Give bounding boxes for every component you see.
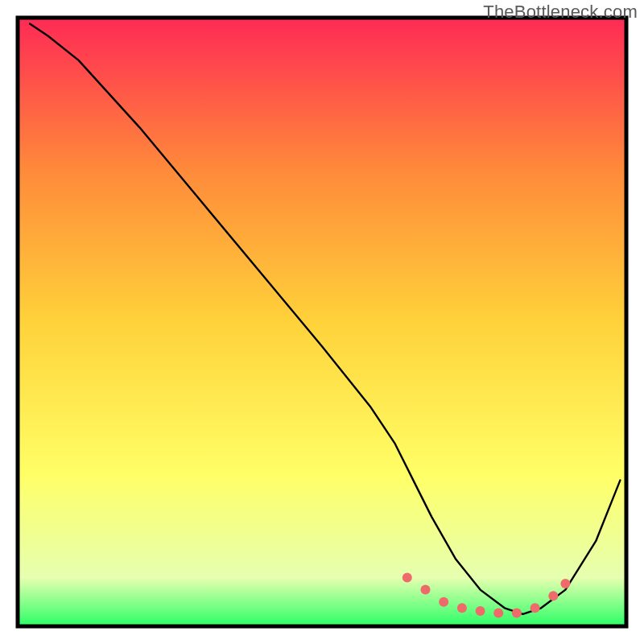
marker-dot xyxy=(457,603,467,613)
marker-dot xyxy=(476,606,485,616)
chart-stage: TheBottleneck.com xyxy=(0,0,644,644)
gradient-background xyxy=(18,18,626,626)
marker-dot xyxy=(548,591,558,601)
chart-svg xyxy=(0,0,644,644)
marker-dot xyxy=(560,579,570,588)
marker-dot xyxy=(512,608,522,617)
marker-dot xyxy=(421,585,431,595)
watermark-text: TheBottleneck.com xyxy=(483,2,638,23)
marker-dot xyxy=(439,597,448,607)
plot-area xyxy=(18,18,626,626)
marker-dot xyxy=(493,608,503,617)
marker-dot xyxy=(530,603,540,613)
marker-dot xyxy=(402,573,412,583)
